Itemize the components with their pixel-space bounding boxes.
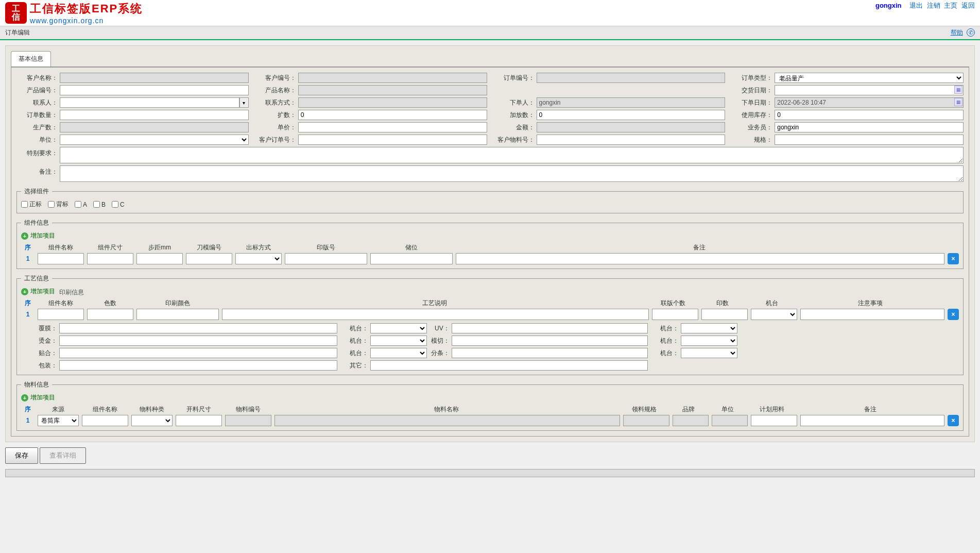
mat-comp-name-input[interactable] <box>82 415 128 426</box>
special-req-input[interactable] <box>60 147 964 163</box>
lbl-unit-price: 单价 <box>255 123 296 132</box>
mat-code-input[interactable] <box>225 415 271 426</box>
mat-spec-input[interactable] <box>623 415 669 426</box>
fit-input[interactable] <box>59 348 337 358</box>
proc-color-count-input[interactable] <box>87 309 133 320</box>
back-link[interactable]: 返回 <box>961 2 975 9</box>
comp-location-input[interactable] <box>370 253 453 264</box>
print-info-label: 印刷信息 <box>59 288 84 297</box>
delivery-date-input[interactable] <box>775 85 964 95</box>
use-stock-input[interactable] <box>775 110 964 120</box>
order-qty-input[interactable] <box>60 110 249 120</box>
mat-remark-input[interactable] <box>800 415 944 426</box>
pack-input[interactable] <box>59 360 337 371</box>
form-grid: 客户名称 客户编号 订单编号 订单类型老品量产 产品编号 产品名称 交货日期▦ … <box>16 73 964 182</box>
add-component-button[interactable]: +增加项目 <box>21 231 55 240</box>
proc-desc-input[interactable] <box>222 309 649 320</box>
mat-brand-input[interactable] <box>673 415 709 426</box>
chk-c[interactable]: C <box>112 201 125 208</box>
delete-component-button[interactable]: × <box>948 253 959 264</box>
proc-print-count-input[interactable] <box>701 309 748 320</box>
order-person-input[interactable] <box>537 97 726 108</box>
delete-material-button[interactable]: × <box>948 415 959 426</box>
tab-basic[interactable]: 基本信息 <box>11 51 51 66</box>
lbl-order-person: 下单人 <box>493 98 535 107</box>
comp-name-input[interactable] <box>38 253 84 264</box>
help-link[interactable]: 帮助 <box>951 29 963 36</box>
save-button[interactable]: 保存 <box>5 447 38 464</box>
material-table-row: 1 卷筒库 × <box>21 415 959 426</box>
chk-beibiao[interactable]: 背标 <box>48 200 68 209</box>
lbl-product-code: 产品编号 <box>16 86 58 95</box>
diecut-input[interactable] <box>452 336 648 346</box>
spec-input[interactable] <box>775 135 964 145</box>
unit-select[interactable] <box>60 135 249 145</box>
contact-method-input[interactable] <box>298 97 487 108</box>
chk-a[interactable]: A <box>75 201 87 208</box>
unit-price-input[interactable] <box>298 122 487 132</box>
calendar-icon[interactable]: ▦ <box>954 98 962 106</box>
comp-plate-input[interactable] <box>285 253 367 264</box>
mat-source-select[interactable]: 卷筒库 <box>38 415 79 426</box>
order-date-input[interactable] <box>775 97 964 108</box>
mat-plan-input[interactable] <box>751 415 797 426</box>
proc-notes-input[interactable] <box>800 309 944 320</box>
expand-qty-input[interactable] <box>298 110 487 120</box>
add-qty-input[interactable] <box>537 110 726 120</box>
contact-dropdown-button[interactable]: ▾ <box>239 97 249 108</box>
customer-code-input[interactable] <box>298 73 487 83</box>
proc-comp-name-input[interactable] <box>38 309 84 320</box>
proc-print-color-input[interactable] <box>136 309 219 320</box>
mat-cut-size-input[interactable] <box>176 415 222 426</box>
remark-input[interactable] <box>60 165 964 182</box>
lbl-order-date: 下单日期 <box>731 98 772 107</box>
horizontal-scrollbar[interactable] <box>5 469 975 477</box>
calendar-icon[interactable]: ▦ <box>954 86 962 94</box>
cust-order-no-input[interactable] <box>298 135 487 145</box>
mat-name-input[interactable] <box>274 415 620 426</box>
gilding-machine-select[interactable] <box>370 336 427 346</box>
component-table-row: 1 × <box>21 253 959 264</box>
lbl-remark: 备注 <box>16 165 58 176</box>
comp-die-input[interactable] <box>186 253 232 264</box>
proc-union-count-input[interactable] <box>652 309 698 320</box>
laminate-input[interactable] <box>59 323 337 333</box>
process-detail-grid: 覆膜 机台UV 机台 烫金 机台模切 机台 贴合 机台分条 机台 包装 其它 <box>21 323 959 371</box>
fit-machine-select[interactable] <box>370 348 427 358</box>
comp-step-input[interactable] <box>136 253 183 264</box>
phone-icon[interactable]: ✆ <box>967 28 975 37</box>
order-no-input[interactable] <box>537 73 726 83</box>
add-material-button[interactable]: +增加项目 <box>21 393 55 402</box>
other-input[interactable] <box>370 360 648 371</box>
mat-type-select[interactable] <box>131 415 173 426</box>
logout-link[interactable]: 退出 <box>909 2 923 9</box>
cust-material-no-input[interactable] <box>537 135 726 145</box>
uv-machine-select[interactable] <box>681 323 737 333</box>
delete-process-button[interactable]: × <box>948 309 959 320</box>
produce-qty-input[interactable] <box>60 122 249 132</box>
diecut-machine-select[interactable] <box>681 336 737 346</box>
chk-b[interactable]: B <box>93 201 106 208</box>
laminate-machine-select[interactable] <box>370 323 427 333</box>
customer-name-input[interactable] <box>60 73 249 83</box>
amount-input[interactable] <box>537 122 726 132</box>
comp-output-select[interactable] <box>235 253 282 264</box>
contact-input[interactable] <box>60 97 239 108</box>
chk-zhengbiao[interactable]: 正标 <box>21 200 42 209</box>
uv-input[interactable] <box>452 323 648 333</box>
mat-unit-input[interactable] <box>712 415 748 426</box>
split-machine-select[interactable] <box>681 348 737 358</box>
unregister-link[interactable]: 注销 <box>927 2 940 9</box>
gilding-input[interactable] <box>59 336 337 346</box>
proc-machine-select[interactable] <box>751 309 797 320</box>
lbl-produce-qty: 生产数 <box>16 123 58 132</box>
home-link[interactable]: 主页 <box>944 2 957 9</box>
product-name-input[interactable] <box>298 85 487 95</box>
comp-size-input[interactable] <box>87 253 133 264</box>
split-input[interactable] <box>452 348 648 358</box>
product-code-input[interactable] <box>60 85 249 95</box>
comp-remark-input[interactable] <box>456 253 944 264</box>
add-process-button[interactable]: +增加项目 <box>21 287 55 296</box>
order-type-select[interactable]: 老品量产 <box>775 73 964 83</box>
salesman-input[interactable] <box>775 122 964 132</box>
